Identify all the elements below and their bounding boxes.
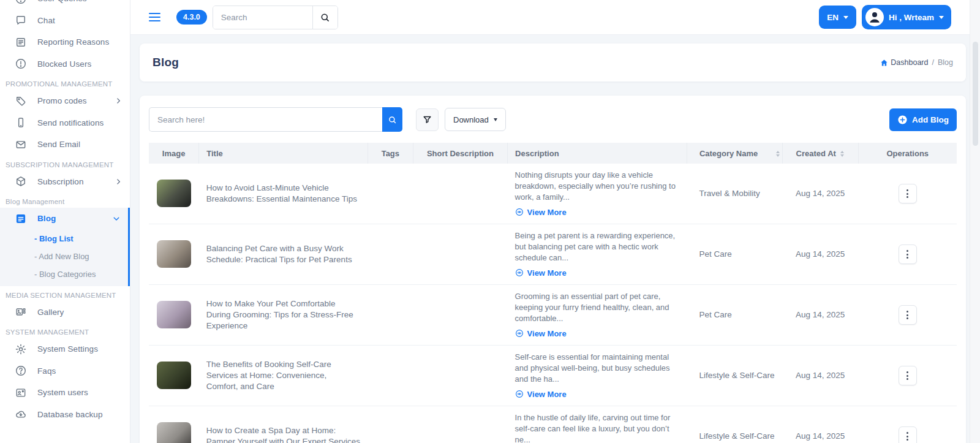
blog-short-description bbox=[413, 164, 507, 224]
add-blog-button[interactable]: Add Blog bbox=[889, 108, 957, 131]
row-actions-button[interactable] bbox=[899, 305, 917, 325]
sidebar-item-send-email[interactable]: Send Email bbox=[0, 134, 130, 156]
table-search bbox=[149, 107, 402, 132]
column-header-description: Description bbox=[508, 143, 687, 164]
blog-thumbnail bbox=[157, 422, 191, 443]
sidebar-nav: User QueriesChatReporting ReasonsBlocked… bbox=[0, 0, 130, 425]
sidebar-item-user-queries[interactable]: User Queries bbox=[0, 0, 130, 10]
download-dropdown[interactable]: Download bbox=[445, 108, 506, 131]
table-search-input[interactable] bbox=[149, 107, 382, 132]
sidebar-item-system-settings[interactable]: System Settings bbox=[0, 338, 130, 360]
sidebar-item-faqs[interactable]: Faqs bbox=[0, 360, 130, 382]
filter-button[interactable] bbox=[416, 108, 439, 131]
chevron-right-icon bbox=[115, 97, 123, 105]
language-dropdown[interactable]: EN bbox=[819, 6, 856, 29]
home-icon bbox=[880, 59, 888, 67]
version-badge: 4.3.0 bbox=[176, 10, 207, 25]
table-row: The Benefits of Booking Self-Care Servic… bbox=[149, 345, 957, 406]
user-menu[interactable]: Hi , Wrteam bbox=[862, 5, 951, 29]
image-cell bbox=[149, 345, 199, 406]
table-row: How to Make Your Pet Comfortable During … bbox=[149, 284, 957, 345]
topbar-search-button[interactable] bbox=[312, 6, 337, 29]
help-circle-icon bbox=[15, 0, 27, 5]
blog-title: Balancing Pet Care with a Busy Work Sche… bbox=[199, 224, 368, 284]
sidebar-item-label: User Queries bbox=[37, 0, 123, 3]
eye-circle-icon bbox=[515, 390, 524, 398]
view-more-link[interactable]: View More bbox=[515, 207, 680, 218]
breadcrumb-current: Blog bbox=[938, 58, 953, 67]
image-cell bbox=[149, 284, 199, 345]
row-actions-button[interactable] bbox=[899, 366, 917, 385]
menu-toggle-icon[interactable] bbox=[149, 13, 160, 22]
sidebar-subitem-blog-list[interactable]: - Blog List bbox=[0, 230, 128, 248]
row-actions-button[interactable] bbox=[899, 426, 917, 443]
scrollbar-thumb[interactable] bbox=[973, 42, 978, 146]
eye-circle-icon bbox=[515, 268, 524, 277]
search-icon bbox=[388, 115, 397, 124]
image-cell bbox=[149, 406, 199, 443]
topbar: 4.3.0 EN Hi , Wrteam bbox=[130, 0, 970, 35]
language-label: EN bbox=[827, 13, 839, 22]
topbar-search-input[interactable] bbox=[213, 6, 312, 29]
column-header-category-name[interactable]: Category Name bbox=[687, 143, 782, 164]
operations-cell bbox=[858, 164, 957, 224]
sidebar-item-reporting-reasons[interactable]: Reporting Reasons bbox=[0, 31, 130, 53]
tag-icon bbox=[15, 95, 27, 107]
column-header-tags: Tags bbox=[368, 143, 413, 164]
table-header-row: Image Title Tags Short Description Descr… bbox=[149, 143, 957, 164]
sidebar-item-subscription[interactable]: Subscription bbox=[0, 171, 130, 193]
row-actions-button[interactable] bbox=[899, 244, 917, 264]
chevron-down-icon bbox=[112, 214, 121, 223]
sidebar-item-label: Faqs bbox=[37, 366, 123, 376]
funnel-icon bbox=[422, 115, 432, 125]
column-header-short-description: Short Description bbox=[413, 143, 507, 164]
sidebar-subitem-add-new-blog[interactable]: - Add New Blog bbox=[0, 248, 128, 265]
view-more-link[interactable]: View More bbox=[515, 268, 680, 278]
column-header-created-at[interactable]: Created At bbox=[782, 143, 858, 164]
page-scrollbar[interactable] bbox=[970, 0, 980, 443]
sidebar-item-gallery[interactable]: Gallery bbox=[0, 301, 130, 324]
sort-icon[interactable] bbox=[840, 151, 844, 157]
phone-icon bbox=[15, 116, 27, 129]
sidebar-item-system-users[interactable]: System users bbox=[0, 382, 130, 404]
sidebar-item-database-backup[interactable]: Database backup bbox=[0, 404, 130, 426]
sidebar-item-chat[interactable]: Chat bbox=[0, 10, 130, 32]
table-search-button[interactable] bbox=[382, 107, 402, 132]
blog-description: Nothing disrupts your day like a vehicle… bbox=[515, 170, 680, 203]
table-row: How to Avoid Last-Minute Vehicle Breakdo… bbox=[149, 164, 957, 224]
table-row: How to Create a Spa Day at Home: Pamper … bbox=[149, 406, 957, 443]
sidebar-item-blocked-users[interactable]: Blocked Users bbox=[0, 53, 130, 75]
blog-category: Lifestyle & Self-Care bbox=[687, 406, 782, 443]
sort-icon[interactable] bbox=[776, 151, 780, 157]
alert-circle-icon bbox=[15, 58, 27, 70]
sidebar-section-promotional-management: PROMOTIONAL MANAGEMENT bbox=[0, 75, 130, 90]
blog-tags bbox=[368, 345, 413, 406]
blog-created-at: Aug 14, 2025 bbox=[782, 224, 858, 284]
sidebar-section-media-section-management: MEDIA SECTION MANAGEMENT bbox=[0, 286, 130, 301]
view-more-link[interactable]: View More bbox=[515, 389, 680, 399]
sidebar-item-label: Blocked Users bbox=[37, 59, 123, 69]
breadcrumb-dashboard-link[interactable]: Dashboard bbox=[880, 58, 928, 67]
row-actions-button[interactable] bbox=[899, 184, 917, 203]
sidebar-item-send-notifications[interactable]: Send notifications bbox=[0, 112, 130, 134]
sidebar-subitem-blog-categories[interactable]: - Blog Categories bbox=[0, 265, 128, 283]
gear-icon bbox=[15, 343, 27, 355]
view-more-link[interactable]: View More bbox=[515, 328, 680, 339]
question-circle-icon bbox=[15, 365, 27, 377]
blog-table-card: Download Add Blog Image bbox=[140, 96, 966, 443]
blog-title: How to Avoid Last-Minute Vehicle Breakdo… bbox=[199, 164, 368, 224]
user-greeting: Hi , Wrteam bbox=[889, 13, 934, 22]
blog-thumbnail bbox=[157, 180, 191, 207]
topbar-search bbox=[213, 6, 338, 29]
description-cell: Self-care is essential for maintaining m… bbox=[508, 345, 687, 406]
description-cell: Nothing disrupts your day like a vehicle… bbox=[508, 164, 687, 224]
sidebar-item-blog[interactable]: Blog bbox=[0, 208, 128, 230]
table-row: Balancing Pet Care with a Busy Work Sche… bbox=[149, 224, 957, 284]
id-card-icon bbox=[15, 387, 27, 399]
blog-table: Image Title Tags Short Description Descr… bbox=[149, 143, 957, 443]
operations-cell bbox=[858, 345, 957, 406]
blog-created-at: Aug 14, 2025 bbox=[782, 284, 858, 345]
sidebar-item-label: System users bbox=[37, 388, 123, 397]
sidebar-item-promo-codes[interactable]: Promo codes bbox=[0, 90, 130, 112]
blog-thumbnail bbox=[157, 362, 191, 389]
